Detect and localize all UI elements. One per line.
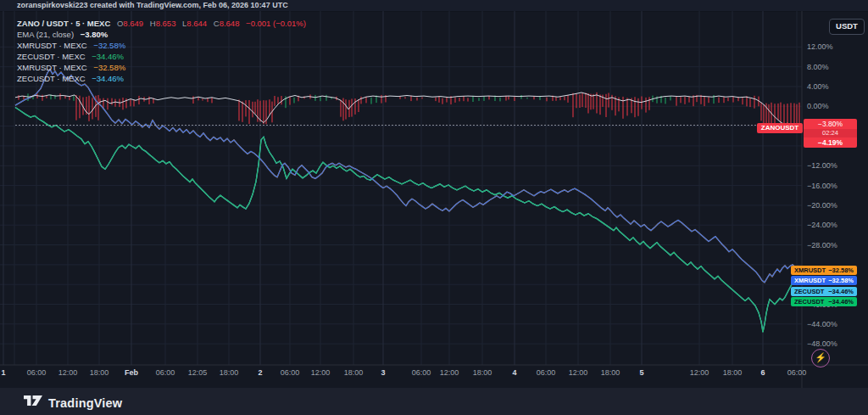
tradingview-brand-text: TradingView	[48, 396, 122, 410]
ohlc-close-key: C	[214, 19, 220, 28]
ohlc-low-value: 8.644	[186, 19, 207, 28]
time-axis-label: 06:00	[281, 368, 300, 377]
chart-legend: ZANO / USDT · 5 · MEXC O8.649 H8.653 L8.…	[17, 20, 306, 86]
price-axis-label: 4.00%	[807, 82, 829, 91]
series-line-zec	[15, 108, 799, 333]
legend-row-symbol[interactable]: ZANO / USDT · 5 · MEXC O8.649 H8.653 L8.…	[17, 20, 306, 29]
tradingview-logo-icon	[24, 394, 42, 412]
tradingview-brand-link[interactable]: TradingView	[24, 394, 122, 412]
symbol-title: ZANO / USDT · 5 · MEXC	[17, 19, 110, 28]
compare-price-label: ZECUSDT−34.46%	[791, 287, 857, 296]
time-axis-label: 06:00	[27, 368, 47, 377]
time-axis[interactable]: 106:0012:0018:00Feb06:0012:0518:00206:00…	[0, 366, 802, 388]
compare-label-value: −32.58%	[828, 277, 854, 284]
series-line-xmr	[15, 70, 799, 283]
compare-value: −32.58%	[93, 63, 125, 72]
compare-value: −32.58%	[93, 41, 125, 50]
compare-value: −34.46%	[92, 74, 124, 83]
time-axis-label: 12:00	[440, 368, 459, 377]
compare-label-symbol: XMRUSDT	[794, 266, 826, 274]
time-axis-label: 18:00	[90, 368, 109, 377]
symbol-change: −0.001 (−0.01%)	[246, 19, 306, 28]
time-axis-label: 1	[1, 368, 5, 377]
ohlc-close-value: 8.648	[220, 19, 240, 28]
price-axis-label: 12.00%	[807, 42, 833, 51]
time-axis-label: 12:00	[58, 368, 78, 377]
ema-value: −3.80%	[81, 30, 108, 39]
time-axis-label: 18:00	[473, 368, 492, 377]
ohlc-open-value: 8.649	[123, 19, 143, 28]
flash-boost-icon[interactable]: ⚡	[811, 349, 830, 367]
price-axis-label: −12.00%	[807, 161, 837, 170]
compare-label: XMRUSDT · MEXC	[17, 41, 87, 50]
compare-label-value: −32.58%	[828, 266, 854, 274]
compare-label: ZECUSDT · MEXC	[17, 74, 86, 83]
bottom-brand-bar: TradingView	[0, 388, 868, 415]
compare-label-value: −34.46%	[828, 298, 854, 306]
compare-series-line-hidden	[15, 108, 799, 333]
price-axis[interactable]: 12.00%8.00%4.00%0.00%−12.00%−16.00%−20.0…	[803, 11, 868, 366]
legend-row-ema[interactable]: EMA (21, close) −3.80%	[17, 31, 306, 40]
price-axis-label: −24.00%	[807, 221, 837, 229]
price-axis-label: 8.00%	[807, 63, 829, 71]
ema-axis-value: −3.80%	[804, 119, 857, 129]
time-axis-label: 12:05	[188, 368, 208, 377]
price-axis-label: −16.00%	[807, 182, 837, 190]
time-axis-label: Feb	[125, 368, 138, 377]
compare-label: ZECUSDT · MEXC	[17, 52, 86, 61]
time-axis-label: 3	[381, 368, 385, 377]
compare-label: XMRUSDT · MEXC	[17, 63, 87, 72]
ohlc-high-value: 8.653	[156, 19, 176, 28]
compare-price-label: ZECUSDT−34.46%	[791, 297, 857, 306]
price-axis-label: −28.00%	[807, 241, 837, 250]
compare-label-symbol: ZECUSDT	[794, 288, 824, 295]
time-axis-label: 12:00	[569, 368, 588, 377]
price-axis-label: 0.00%	[807, 102, 829, 110]
time-axis-label: 06:00	[156, 368, 175, 377]
time-axis-label: 18:00	[601, 368, 620, 377]
time-axis-label: 12:00	[690, 368, 709, 377]
zano-axis-value-stack: −3.80% 02:24 −4.19%	[804, 119, 857, 148]
price-axis-label: −20.00%	[807, 201, 837, 210]
compare-label-symbol: ZECUSDT	[794, 298, 824, 306]
time-axis-label: 4	[512, 368, 516, 377]
time-axis-label: 5	[639, 368, 643, 377]
legend-row-zec-1[interactable]: ZECUSDT · MEXC −34.46%	[17, 53, 306, 62]
time-axis-label: 06:00	[537, 368, 556, 377]
series-line-zano_ema	[15, 93, 799, 126]
time-axis-label: 06:00	[412, 368, 431, 377]
ema-label: EMA (21, close)	[17, 30, 74, 39]
compare-value: −34.46%	[92, 52, 124, 61]
time-axis-label: 12:00	[311, 368, 331, 377]
zano-symbol-price-label: ZANOUSDT	[757, 123, 803, 133]
time-axis-label: 06:00	[787, 368, 807, 377]
time-axis-label: 18:00	[723, 368, 743, 377]
last-price-axis-value: −4.19%	[804, 137, 857, 148]
legend-row-zec-2[interactable]: ZECUSDT · MEXC −34.46%	[17, 75, 306, 84]
compare-series-line-hidden	[15, 70, 799, 283]
legend-row-xmr-1[interactable]: XMRUSDT · MEXC −32.58%	[17, 42, 306, 51]
ohlc-high-key: H	[150, 19, 156, 28]
compare-price-label: XMRUSDT−32.58%	[791, 266, 857, 275]
price-axis-label: −44.00%	[807, 320, 837, 328]
legend-row-xmr-2[interactable]: XMRUSDT · MEXC −32.58%	[17, 64, 306, 73]
bar-countdown: 02:24	[804, 129, 857, 137]
time-axis-label: 18:00	[220, 368, 239, 377]
time-axis-label: 6	[760, 368, 765, 377]
time-axis-label: 18:00	[344, 368, 364, 377]
compare-price-label: XMRUSDT−32.58%	[791, 276, 857, 285]
price-axis-label: −48.00%	[807, 339, 837, 348]
time-axis-label: 2	[258, 368, 262, 377]
compare-label-symbol: XMRUSDT	[794, 277, 826, 284]
compare-label-value: −34.46%	[828, 288, 854, 295]
tradingview-snapshot: zoranspirkovski223 created with TradingV…	[0, 0, 868, 415]
